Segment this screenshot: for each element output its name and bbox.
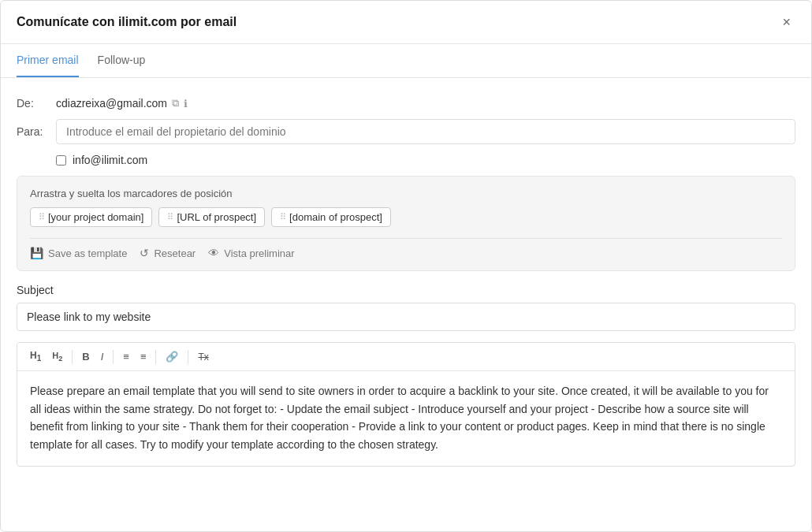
toolbar-sep-2 — [113, 350, 114, 364]
save-template-button[interactable]: 💾 Save as template — [30, 247, 127, 259]
subject-label: Subject — [17, 284, 795, 296]
vista-preliminar-button[interactable]: 👁 Vista preliminar — [208, 247, 294, 259]
toolbar-section: Arrastra y suelta los marcadores de posi… — [17, 176, 795, 271]
toolbar-link-button[interactable]: 🔗 — [161, 348, 183, 365]
resetear-button[interactable]: ↺ Resetear — [140, 247, 196, 259]
copy-icon[interactable]: ⧉ — [172, 97, 179, 110]
editor-content[interactable]: Please prepare an email template that yo… — [17, 371, 795, 466]
close-button[interactable]: × — [777, 13, 795, 31]
placeholder-tag-1[interactable]: ⠿ [URL of prospect] — [158, 207, 265, 227]
to-input[interactable] — [56, 119, 795, 144]
to-row: Para: — [17, 119, 795, 144]
vista-preliminar-icon: 👁 — [208, 247, 219, 259]
drag-icon-2: ⠿ — [280, 212, 286, 222]
toolbar-h1-button[interactable]: H1 — [25, 348, 46, 366]
from-email: cdiazreixa@gmail.com — [56, 97, 167, 110]
resetear-label: Resetear — [154, 247, 196, 259]
placeholder-tags: ⠿ [your project domain] ⠿ [URL of prospe… — [30, 207, 782, 227]
modal-body: De: cdiazreixa@gmail.com ⧉ ℹ Para: info@… — [1, 78, 811, 479]
from-row: De: cdiazreixa@gmail.com ⧉ ℹ — [17, 91, 795, 110]
placeholder-label: Arrastra y suelta los marcadores de posi… — [30, 188, 782, 199]
to-label: Para: — [17, 119, 56, 138]
resetear-icon: ↺ — [140, 247, 149, 259]
vista-preliminar-label: Vista preliminar — [224, 247, 294, 259]
toolbar-clear-format-button[interactable]: Tx — [193, 349, 213, 365]
placeholder-tag-label-0: [your project domain] — [48, 211, 143, 223]
editor-toolbar: H1 H2 B I ≡ ≡ 🔗 Tx — [17, 343, 795, 371]
placeholder-tag-0[interactable]: ⠿ [your project domain] — [30, 207, 152, 227]
toolbar-h2-button[interactable]: H2 — [47, 348, 67, 366]
modal-header: Comunícate con ilimit.com por email × — [1, 1, 811, 44]
toolbar-bold-button[interactable]: B — [77, 348, 94, 365]
drag-icon-1: ⠿ — [167, 212, 173, 222]
toolbar-sep-3 — [155, 350, 156, 364]
save-template-icon: 💾 — [30, 247, 43, 259]
modal-title: Comunícate con ilimit.com por email — [17, 15, 237, 29]
checkbox-row: info@ilimit.com — [56, 154, 795, 166]
editor-wrapper: H1 H2 B I ≡ ≡ 🔗 Tx Please prepare an ema… — [17, 342, 795, 467]
checkbox-label: info@ilimit.com — [73, 154, 147, 166]
toolbar-italic-button[interactable]: I — [96, 348, 109, 365]
from-label: De: — [17, 91, 56, 110]
toolbar-sep-1 — [72, 350, 73, 364]
modal-container: Comunícate con ilimit.com por email × Pr… — [0, 0, 812, 532]
placeholder-tag-2[interactable]: ⠿ [domain of prospect] — [271, 207, 391, 227]
from-value-container: cdiazreixa@gmail.com ⧉ ℹ — [56, 91, 188, 110]
drag-icon-0: ⠿ — [39, 212, 45, 222]
toolbar-divider — [30, 238, 782, 239]
info-icon[interactable]: ℹ — [184, 98, 188, 110]
action-buttons: 💾 Save as template ↺ Resetear 👁 Vista pr… — [30, 247, 782, 259]
tab-primer-email[interactable]: Primer email — [17, 44, 79, 77]
to-checkbox[interactable] — [56, 155, 66, 166]
tab-follow-up[interactable]: Follow-up — [98, 44, 146, 77]
toolbar-unordered-list-button[interactable]: ≡ — [136, 348, 151, 365]
toolbar-sep-4 — [188, 350, 188, 364]
tabs-container: Primer email Follow-up — [1, 44, 811, 78]
toolbar-ordered-list-button[interactable]: ≡ — [118, 348, 134, 365]
subject-input[interactable] — [17, 303, 795, 331]
placeholder-tag-label-2: [domain of prospect] — [289, 211, 382, 223]
save-template-label: Save as template — [48, 247, 127, 259]
placeholder-tag-label-1: [URL of prospect] — [177, 211, 256, 223]
to-input-wrapper — [56, 119, 795, 144]
subject-section: Subject — [17, 284, 795, 342]
